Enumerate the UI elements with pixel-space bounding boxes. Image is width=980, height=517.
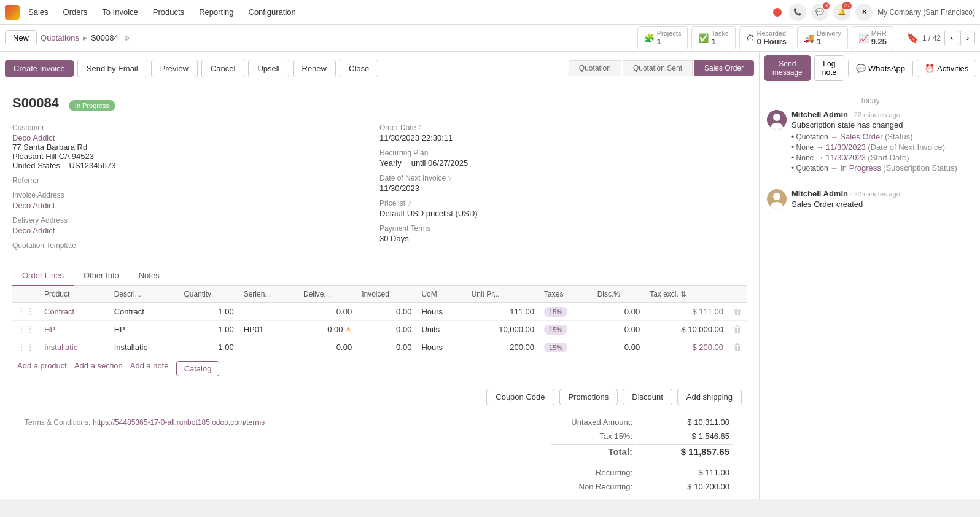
taxexcl-hp: $ 10,000.00: [645, 321, 728, 338]
bell-icon[interactable]: 🔔27: [833, 4, 850, 21]
drag-handle[interactable]: ⋮⋮: [17, 324, 34, 334]
qty-contract[interactable]: 1.00: [179, 303, 238, 321]
delete-row-installatie[interactable]: 🗑: [733, 342, 742, 352]
add-section-link[interactable]: Add a section: [74, 361, 123, 376]
discount-button[interactable]: Discount: [623, 389, 672, 405]
metric-delivery[interactable]: 🚚 Delivery 1: [797, 26, 848, 49]
status-badge: In Progress: [69, 100, 115, 111]
add-links: Add a product Add a section Add a note C…: [12, 356, 747, 381]
status-red-icon[interactable]: [773, 8, 782, 17]
app-logo[interactable]: [5, 5, 20, 20]
next-invoice-field: Date of Next Invoice ? 11/30/2023: [379, 174, 747, 193]
log-note-button[interactable]: Log note: [814, 55, 844, 81]
upsell-button[interactable]: Upsell: [248, 60, 289, 77]
invoice-address-value[interactable]: Deco Addict: [12, 201, 379, 210]
tab-order-lines[interactable]: Order Lines: [12, 266, 74, 286]
add-product-link[interactable]: Add a product: [17, 361, 67, 376]
add-note-link[interactable]: Add a note: [130, 361, 169, 376]
status-sales-order[interactable]: Sales Order: [694, 60, 754, 76]
close-nav-icon[interactable]: ✕: [855, 4, 873, 21]
nav-orders[interactable]: Orders: [57, 5, 94, 19]
catalog-button[interactable]: Catalog: [176, 361, 220, 376]
breadcrumb-parent[interactable]: Quotations: [41, 33, 79, 42]
nav-sales[interactable]: Sales: [22, 5, 55, 19]
coupon-code-button[interactable]: Coupon Code: [486, 389, 554, 405]
status-quotation[interactable]: Quotation: [569, 60, 621, 76]
qty-hp[interactable]: 1.00: [179, 321, 238, 338]
next-invoice-value[interactable]: 11/30/2023: [379, 184, 747, 193]
renew-button[interactable]: Renew: [293, 60, 336, 77]
tab-notes[interactable]: Notes: [129, 266, 169, 286]
sub-toolbar: New Quotations ▸ S00084 ⚙ 🧩 Projects 1 ✅…: [0, 25, 980, 52]
col-tax-excl: Tax excl. ⇅: [645, 286, 728, 303]
close-button[interactable]: Close: [340, 60, 378, 77]
preview-button[interactable]: Preview: [151, 60, 198, 77]
table-row: ⋮⋮ Installatie Installatie 1.00 0.00 0.0…: [12, 338, 747, 356]
customer-name[interactable]: Deco Addict: [12, 133, 379, 142]
product-link-installatie[interactable]: Installatie: [44, 343, 78, 352]
metric-recorded-hours[interactable]: ⏱ Recorded 0 Hours: [739, 26, 793, 49]
payment-terms-value[interactable]: 30 Days: [379, 234, 747, 243]
drag-handle[interactable]: ⋮⋮: [17, 306, 34, 316]
nav-configuration[interactable]: Configuration: [243, 5, 302, 19]
tab-other-info[interactable]: Other Info: [74, 266, 129, 286]
terms-link[interactable]: https://54485365-17-0-all.runbot185.odoo…: [93, 418, 265, 427]
metric-projects[interactable]: 🧩 Projects 1: [637, 26, 688, 49]
product-link-contract[interactable]: Contract: [44, 307, 74, 316]
drag-handle[interactable]: ⋮⋮: [17, 342, 34, 352]
untaxed-value: $ 10,311.00: [637, 416, 733, 429]
tasks-value: 1: [711, 37, 728, 46]
tax-badge-contract[interactable]: 15%: [544, 307, 567, 317]
phone-icon[interactable]: 📞: [789, 4, 806, 21]
disc-contract[interactable]: 0.00: [593, 303, 645, 321]
nav-to-invoice[interactable]: To Invoice: [96, 5, 144, 19]
inv-hp: 0.00: [357, 321, 416, 338]
uom-hp: Units: [416, 321, 466, 338]
terms-label: Terms & Conditions:: [25, 418, 90, 427]
nav-products[interactable]: Products: [147, 5, 190, 19]
settings-gear-icon[interactable]: ⚙: [123, 34, 130, 42]
delete-row-hp[interactable]: 🗑: [733, 324, 742, 334]
pricelist-value[interactable]: Default USD pricelist (USD): [379, 209, 747, 218]
msg-author-1: Mitchell Admin: [791, 110, 848, 119]
disc-hp[interactable]: 0.00: [593, 321, 645, 338]
cancel-button[interactable]: Cancel: [201, 60, 244, 77]
total-value: $ 11,857.65: [637, 444, 733, 459]
tax-badge-hp[interactable]: 15%: [544, 325, 567, 335]
delete-row-contract[interactable]: 🗑: [733, 306, 742, 316]
add-shipping-button[interactable]: Add shipping: [677, 389, 742, 405]
action-bar: Create Invoice Send by Email Preview Can…: [0, 52, 759, 85]
metric-mrr[interactable]: 📈 MRR 9.25: [852, 26, 893, 49]
bookmark-icon[interactable]: 🔖: [906, 32, 919, 44]
price-hp[interactable]: 10,000.00: [467, 321, 539, 338]
price-contract[interactable]: 111.00: [467, 303, 539, 321]
recurring-plan-field: Recurring Plan Yearly until 06/27/2025: [379, 149, 747, 168]
chat-icon[interactable]: 💬3: [811, 4, 828, 21]
send-message-button[interactable]: Send message: [764, 55, 811, 81]
new-button[interactable]: New: [5, 30, 37, 45]
price-installatie[interactable]: 200.00: [467, 338, 539, 356]
recurring-value: $ 111.00: [637, 466, 733, 479]
tax-value: $ 1,546.65: [637, 430, 733, 443]
order-date-value[interactable]: 11/30/2023 22:30:11: [379, 133, 747, 142]
next-record-button[interactable]: ›: [960, 31, 975, 45]
product-link-hp[interactable]: HP: [44, 325, 55, 334]
nav-reporting[interactable]: Reporting: [193, 5, 239, 19]
metric-tasks[interactable]: ✅ Tasks 1: [691, 26, 735, 49]
whatsapp-button[interactable]: 💬 WhatsApp: [848, 60, 913, 77]
delivery-address-value[interactable]: Deco Addict: [12, 226, 379, 235]
tasks-label: Tasks: [711, 29, 728, 37]
recurring-plan-value[interactable]: Yearly: [379, 158, 402, 168]
qty-installatie[interactable]: 1.00: [179, 338, 238, 356]
inv-installatie: 0.00: [357, 338, 416, 356]
msg-text-1: Subscription state has changed: [791, 120, 973, 130]
prev-record-button[interactable]: ‹: [944, 31, 959, 45]
create-invoice-button[interactable]: Create Invoice: [5, 60, 74, 77]
status-quotation-sent[interactable]: Quotation Sent: [623, 60, 693, 76]
tax-badge-installatie[interactable]: 15%: [544, 343, 567, 352]
disc-installatie[interactable]: 0.00: [593, 338, 645, 356]
projects-icon: 🧩: [644, 33, 655, 43]
send-by-email-button[interactable]: Send by Email: [77, 60, 147, 77]
activities-button[interactable]: ⏰ Activities: [917, 60, 976, 77]
promotions-button[interactable]: Promotions: [559, 389, 618, 405]
